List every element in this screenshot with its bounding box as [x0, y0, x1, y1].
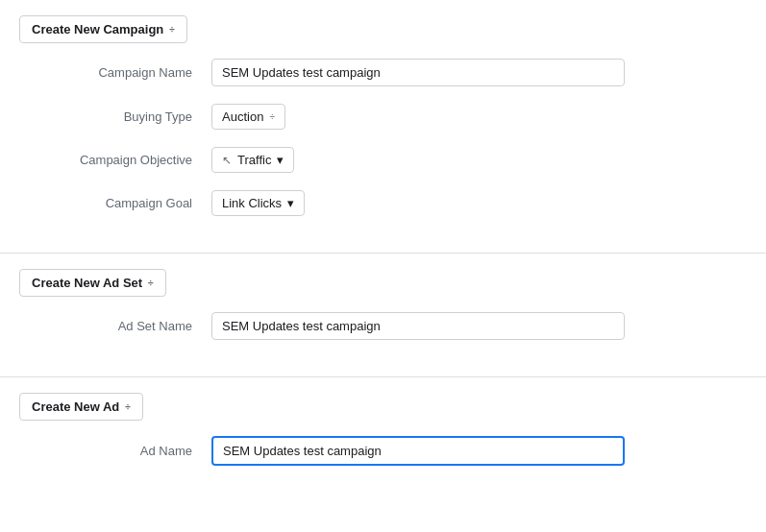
create-new-ad-set-label: Create New Ad Set	[32, 276, 142, 290]
buying-type-label: Buying Type	[19, 109, 211, 124]
ad-name-row: Ad Name	[19, 436, 747, 466]
buying-type-value: Auction	[222, 109, 263, 124]
create-new-ad-set-button[interactable]: Create New Ad Set ÷	[19, 269, 166, 297]
campaign-objective-label: Campaign Objective	[19, 153, 211, 167]
buying-type-row: Buying Type Auction ÷	[19, 104, 747, 130]
campaign-goal-label: Campaign Goal	[19, 196, 211, 210]
create-new-campaign-label: Create New Campaign	[32, 22, 163, 36]
objective-arrow-icon: ▾	[277, 153, 284, 167]
ad-chevron-icon: ÷	[125, 401, 131, 412]
campaign-name-label: Campaign Name	[19, 65, 211, 80]
ad-set-name-row: Ad Set Name	[19, 312, 747, 340]
campaign-name-input[interactable]	[211, 59, 625, 86]
create-new-ad-button[interactable]: Create New Ad ÷	[19, 393, 143, 421]
buying-type-arrow-icon: ÷	[269, 111, 275, 122]
campaign-section: Create New Campaign ÷ Campaign Name Buyi…	[0, 0, 766, 253]
cursor-icon: ↖	[222, 154, 232, 167]
campaign-name-row: Campaign Name	[19, 59, 747, 86]
campaign-header: Create New Campaign ÷	[19, 15, 747, 43]
ad-name-label: Ad Name	[19, 444, 211, 458]
campaign-objective-dropdown[interactable]: ↖ Traffic ▾	[211, 147, 294, 173]
campaign-objective-value: Traffic	[237, 153, 271, 167]
campaign-chevron-icon: ÷	[169, 24, 175, 35]
campaign-name-control	[211, 59, 747, 86]
ad-set-name-input[interactable]	[211, 312, 625, 340]
campaign-goal-row: Campaign Goal Link Clicks ▾	[19, 190, 747, 216]
ad-name-input[interactable]	[211, 436, 625, 466]
ad-set-section: Create New Ad Set ÷ Ad Set Name	[0, 254, 766, 376]
campaign-goal-control: Link Clicks ▾	[211, 190, 747, 216]
ad-set-name-label: Ad Set Name	[19, 319, 211, 333]
ad-set-chevron-icon: ÷	[148, 278, 154, 288]
campaign-objective-row: Campaign Objective ↖ Traffic ▾	[19, 147, 747, 173]
ad-set-name-control	[211, 312, 747, 340]
ad-section: Create New Ad ÷ Ad Name	[0, 377, 766, 502]
create-new-ad-label: Create New Ad	[32, 399, 119, 414]
goal-arrow-icon: ▾	[287, 196, 294, 210]
ad-name-control	[211, 436, 747, 466]
ad-set-header: Create New Ad Set ÷	[19, 269, 747, 297]
buying-type-control: Auction ÷	[211, 104, 747, 130]
ad-header: Create New Ad ÷	[19, 393, 747, 421]
campaign-goal-value: Link Clicks	[222, 196, 282, 210]
buying-type-dropdown[interactable]: Auction ÷	[211, 104, 285, 130]
campaign-objective-control: ↖ Traffic ▾	[211, 147, 747, 173]
create-new-campaign-button[interactable]: Create New Campaign ÷	[19, 15, 187, 43]
campaign-goal-dropdown[interactable]: Link Clicks ▾	[211, 190, 305, 216]
